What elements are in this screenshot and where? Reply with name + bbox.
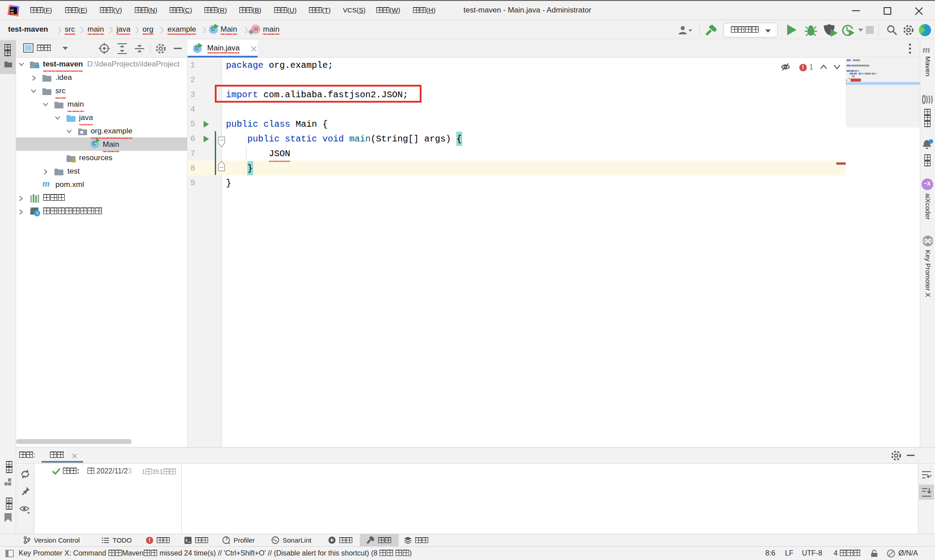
svg-text:IJ: IJ [11, 8, 14, 12]
